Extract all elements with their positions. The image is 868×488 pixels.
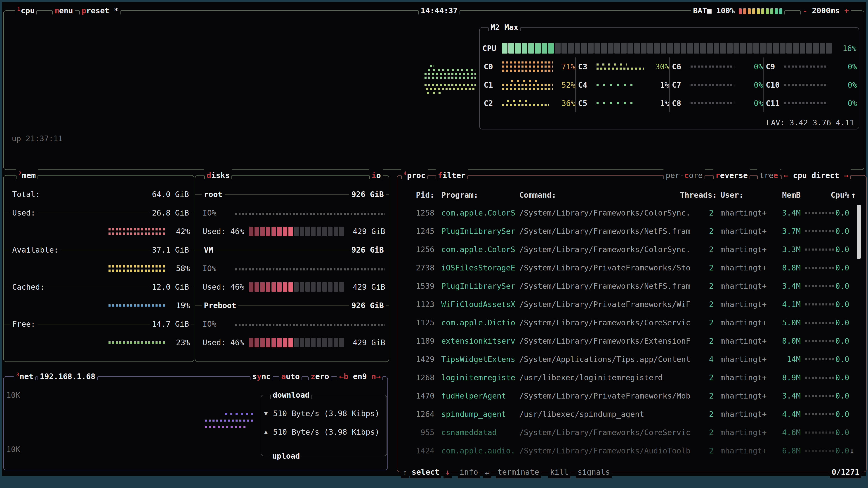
tab-disks[interactable]: disks — [204, 169, 232, 182]
process-panel: 4proc filter per-core reverse tree ← cpu… — [397, 175, 867, 472]
table-row[interactable]: 1539 PlugInLibrarySer /System/Library/Fr… — [397, 277, 866, 295]
interval-increase-button[interactable]: + — [844, 6, 849, 15]
cpu-bar-segment — [800, 43, 805, 54]
terminate-action[interactable]: terminate — [496, 466, 541, 478]
table-row[interactable]: 1424 com.apple.audio. /System/Library/Fr… — [397, 442, 866, 460]
header-cpu[interactable]: Cpu% — [828, 188, 849, 202]
core-usage-value: 0% — [743, 99, 763, 108]
interface-switcher[interactable]: ←b en9 n→ — [337, 370, 383, 383]
core-name: C5 — [578, 99, 596, 108]
tree-toggle[interactable]: tree — [757, 169, 780, 182]
stat-label: Used: — [10, 203, 37, 222]
table-row[interactable]: 1189 extensionkitserv /System/Library/Fr… — [397, 332, 866, 350]
interval-value: 2000ms — [812, 6, 840, 15]
cpu-bar-segment — [621, 43, 627, 54]
sort-column-switcher[interactable]: ← cpu direct → — [781, 169, 851, 182]
cpu-bar-segment — [641, 43, 647, 54]
btop-terminal: 1cpu menu preset * 14:44:37 BAT■ 100% - … — [2, 2, 866, 476]
table-row[interactable]: 1123 WiFiCloudAssetsX /System/Library/Pr… — [397, 295, 866, 314]
prev-interface-button[interactable]: ←b — [339, 372, 348, 381]
select-up-icon[interactable]: ↑ — [401, 466, 409, 478]
select-down-icon[interactable]: ↓ — [443, 466, 452, 478]
cpu-bar-segment — [647, 43, 653, 54]
cpu-bar-segment — [714, 43, 719, 54]
battery-block — [766, 8, 769, 14]
zero-button[interactable]: zero — [308, 370, 331, 383]
core-row: C10 0% — [766, 76, 857, 94]
battery-block — [752, 8, 755, 14]
net-axis-bottom: 10K — [6, 445, 20, 454]
memory-panel: 2mem Total:64.0 GiBUsed:26.8 GiB42%Avail… — [3, 175, 194, 362]
per-core-toggle[interactable]: per-core — [663, 169, 705, 182]
tab-cpu[interactable]: 1cpu — [15, 4, 37, 17]
select-action[interactable]: select — [410, 466, 441, 478]
core-usage-graph — [690, 84, 741, 86]
disk-name-row: VM926 GiB — [196, 240, 388, 259]
disk-name: Preboot — [202, 296, 239, 315]
auto-button[interactable]: auto — [279, 370, 302, 383]
core-row: C3 30% — [578, 57, 669, 76]
usage-meter: 58% — [108, 259, 190, 278]
cpu-bar-segment — [694, 43, 700, 54]
signals-action[interactable]: signals — [576, 466, 612, 478]
cpu-bar-segment — [767, 43, 772, 54]
upload-rate: 510 Byte/s (3.98 Kibps) — [273, 423, 379, 441]
menu-button[interactable]: menu — [52, 4, 75, 17]
header-threads[interactable]: Threads: — [680, 188, 717, 202]
sort-prev-button[interactable]: ← — [784, 171, 788, 180]
table-row[interactable]: 1429 TipsWidgetExtens /System/Applicatio… — [397, 350, 866, 368]
header-program[interactable]: Program: — [441, 188, 478, 202]
core-usage-value: 52% — [555, 80, 575, 90]
cpu-cell: 0.0 — [828, 368, 849, 387]
io-label: IO% — [203, 315, 216, 333]
threads-cell: 2 — [698, 259, 714, 277]
preset-button[interactable]: preset * — [79, 4, 121, 17]
proc-hotkey: 4 — [403, 170, 407, 176]
mem-cell: 14M — [770, 350, 801, 368]
kill-action[interactable]: kill — [548, 466, 570, 478]
disk-used-bar — [249, 282, 344, 292]
filter-button[interactable]: filter — [436, 169, 468, 182]
header-user[interactable]: User: — [720, 188, 743, 202]
table-row[interactable]: 1256 com.apple.ColorS /System/Library/Fr… — [397, 240, 866, 259]
io-label: IO% — [203, 203, 216, 222]
table-row[interactable]: 1264 spindump_agent /usr/libexec/spindum… — [397, 405, 866, 423]
meter-percent: 58% — [173, 259, 190, 278]
io-mode-button[interactable]: io — [369, 169, 383, 182]
table-row[interactable]: 1470 fudHelperAgent /System/Library/Priv… — [397, 387, 866, 405]
tab-net[interactable]: 3net — [14, 370, 36, 383]
sync-button[interactable]: sync — [250, 370, 273, 383]
header-memb[interactable]: MemB — [770, 188, 801, 202]
info-action[interactable]: info — [458, 466, 480, 478]
pid-cell: 2738 — [406, 259, 434, 277]
next-interface-button[interactable]: n→ — [371, 372, 381, 381]
interval-decrease-button[interactable]: - — [803, 6, 807, 15]
core-usage-value: 0% — [743, 80, 763, 90]
mem-cell: 8.8M — [770, 259, 801, 277]
table-row[interactable]: 1245 PlugInLibrarySer /System/Library/Fr… — [397, 222, 866, 240]
table-row[interactable]: 1125 com.apple.Dictio /System/Library/Fr… — [397, 314, 866, 332]
table-row[interactable]: 1268 loginitemregiste /usr/libexec/login… — [397, 368, 866, 387]
cpu-bar-segment — [575, 43, 580, 54]
disk-used-row: Used: 46%429 GiB — [196, 278, 388, 296]
core-row: C6 0% — [672, 57, 763, 76]
usage-meter: 42% — [108, 222, 190, 240]
stat-label: Free: — [10, 315, 37, 333]
cpu-panel: 1cpu menu preset * 14:44:37 BAT■ 100% - … — [3, 10, 864, 170]
table-row[interactable]: 2738 iOSFilesStorageE /System/Library/Pr… — [397, 259, 866, 277]
table-row[interactable]: 955 csnameddatad /System/Library/Framewo… — [397, 423, 866, 442]
header-command[interactable]: Command: — [519, 188, 556, 202]
tab-proc[interactable]: 4proc — [401, 169, 428, 182]
cpu-bar-segment — [819, 43, 825, 54]
header-pid[interactable]: Pid: — [406, 188, 434, 202]
tab-mem[interactable]: 2mem — [16, 169, 38, 182]
table-row[interactable]: 1258 com.apple.ColorS /System/Library/Fr… — [397, 204, 866, 222]
threads-cell: 2 — [698, 423, 714, 442]
reverse-toggle[interactable]: reverse — [713, 169, 750, 182]
threads-cell: 2 — [698, 204, 714, 222]
core-usage-value: 1% — [649, 99, 669, 108]
disk-used-row: Used: 46%429 GiB — [196, 333, 388, 352]
sort-next-button[interactable]: → — [844, 171, 848, 180]
process-scrollbar[interactable] — [857, 205, 861, 259]
cpu-bar-segment — [614, 43, 620, 54]
